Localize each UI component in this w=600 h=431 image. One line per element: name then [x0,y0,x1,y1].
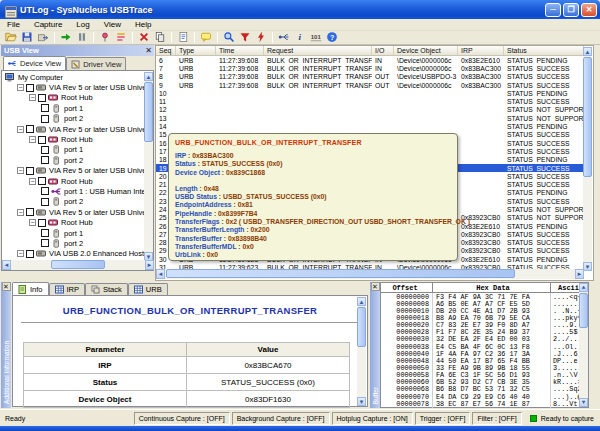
tree-checkbox[interactable] [41,239,49,247]
tree-expander-icon[interactable]: − [29,219,36,226]
scroll-down-icon[interactable]: ▼ [583,262,592,271]
table-row[interactable]: 13STATUS_NOT_SUPPORTED [156,114,584,122]
table-row[interactable]: 11STATUS_SUCCESS [156,97,584,105]
log-columns-button[interactable] [114,31,128,44]
tree-item-root-hub[interactable]: −Root Hub [2,217,144,227]
tree-item-port-2[interactable]: port 2 [2,238,144,248]
table-vertical-scrollbar[interactable]: ▲ ▼ [583,47,592,271]
scroll-thumb[interactable] [583,57,592,177]
tree-checkbox[interactable] [41,104,49,112]
info-vertical-scrollbar[interactable]: ▲ ▼ [357,297,366,406]
scroll-thumb[interactable] [51,260,105,269]
tree-item-via-usb-2-0-enhanced-host-controller[interactable]: −VIA USB 2.0 Enhanced Host Controller [2,249,144,259]
column-header-type[interactable]: Type [176,46,216,55]
column-header-seq[interactable]: Seq [156,46,176,55]
table-row[interactable]: 7URB11:27:39:608BULK_OR_INTERRUPT_TRANSF… [156,64,584,72]
column-header-status[interactable]: Status [504,46,584,55]
tree-checkbox[interactable] [41,198,49,206]
scroll-thumb[interactable] [579,293,588,328]
panel-close-icon[interactable]: ✕ [371,282,380,291]
scroll-up-icon[interactable]: ▲ [357,297,366,306]
tab-irp[interactable]: IRP [49,283,86,295]
table-row[interactable]: 9URB11:27:39:608BULK_OR_INTERRUPT_TRANSF… [156,81,584,89]
tree-expander-icon[interactable]: − [17,126,24,133]
restore-button[interactable]: ❐ [563,3,579,17]
tree-checkbox[interactable] [41,115,49,123]
scroll-thumb[interactable] [166,269,515,278]
tree-checkbox[interactable] [38,136,46,144]
column-header-i-o[interactable]: I/O [372,46,394,55]
tree-item-via-rev-5-or-later-usb-universal-host-c[interactable]: −VIA Rev 5 or later USB Universal Host C [2,82,144,92]
scroll-down-icon[interactable]: ▼ [357,397,366,406]
column-header-request[interactable]: Request [264,46,372,55]
tab-info[interactable]: Info [12,282,49,295]
tree-item-port-1[interactable]: port 1 [2,145,144,155]
tree-checkbox[interactable] [26,167,34,175]
tooltip-toggle-button[interactable] [199,31,213,44]
tree-item-root-hub[interactable]: −Root Hub [2,93,144,103]
filter-button[interactable] [238,31,252,44]
tree-checkbox[interactable] [41,187,49,195]
open-button[interactable] [4,31,18,44]
tree-item-port-1[interactable]: port 1 [2,228,144,238]
scroll-left-icon[interactable]: ◄ [2,260,11,270]
tab-device-view[interactable]: Device View [3,56,66,70]
tree-checkbox[interactable] [26,125,34,133]
scroll-left-icon[interactable]: ◄ [156,269,165,279]
table-row[interactable]: 12STATUS_NOT_SUPPORTED [156,106,584,114]
tree-item-port-1[interactable]: port 1 [2,103,144,113]
tree-item-via-rev-5-or-later-usb-universal-host-c[interactable]: −VIA Rev 5 or later USB Universal Host C [2,207,144,217]
tree-item-via-rev-5-or-later-usb-universal-host-c[interactable]: −VIA Rev 5 or later USB Universal Host C [2,124,144,134]
tree-vertical-scrollbar[interactable]: ▲ ▼ [144,72,153,261]
tree-expander-icon[interactable]: − [17,250,24,257]
scroll-up-icon[interactable]: ▲ [583,47,592,56]
table-row[interactable]: 10STATUS_PENDING [156,89,584,97]
tree-checkbox[interactable] [26,84,34,92]
tree-checkbox[interactable] [38,177,46,185]
export-button[interactable] [36,31,50,44]
help-button[interactable]: ? [325,31,339,44]
scroll-up-icon[interactable]: ▲ [144,72,153,81]
column-header-device-object[interactable]: Device Object [394,46,458,55]
scroll-right-icon[interactable]: ► [575,269,584,279]
panel-close-icon[interactable]: ✕ [2,282,11,291]
pin-button[interactable] [98,31,112,44]
close-button[interactable]: ✕ [581,3,597,17]
tree-checkbox[interactable] [38,94,46,102]
script-button[interactable] [176,31,190,44]
scroll-up-icon[interactable]: ▲ [579,283,588,292]
title-bar[interactable]: UTLog - SysNucleus USBTrace ─ ❐ ✕ [0,0,600,19]
tab-driver-view[interactable]: Driver View [66,57,126,70]
scroll-down-icon[interactable]: ▼ [579,398,588,407]
table-row[interactable]: 6URB11:27:39:608BULK_OR_INTERRUPT_TRANSF… [156,56,584,64]
tree-item-root-hub[interactable]: −Root Hub [2,176,144,186]
hex-row[interactable]: 0000007838 EC 87 E7 56 74 1E 878...Vt.. [381,400,588,407]
tree-checkbox[interactable] [41,156,49,164]
tree-item-port-2[interactable]: port 2 [2,114,144,124]
info-button[interactable]: i [293,31,307,44]
tree-expander-icon[interactable]: − [29,136,36,143]
tree-checkbox[interactable] [26,208,34,216]
search-button[interactable] [222,31,236,44]
table-horizontal-scrollbar[interactable]: ◄ ► [156,269,584,279]
scroll-right-icon[interactable]: ► [145,260,154,270]
column-header-time[interactable]: Time [216,46,264,55]
tree-expander-icon[interactable]: − [17,84,24,91]
tree-checkbox[interactable] [26,250,34,258]
copy-button[interactable] [153,31,167,44]
tree-item-port-2[interactable]: port 2 [2,197,144,207]
usb-plug-button[interactable] [277,31,291,44]
tree-item-port-2[interactable]: port 2 [2,155,144,165]
start-capture-button[interactable] [59,31,73,44]
raw-data-button[interactable]: 101 [309,31,323,44]
scroll-thumb[interactable] [357,307,366,347]
usb-view-close-icon[interactable]: ✕ [145,47,152,55]
delete-button[interactable] [137,31,151,44]
tree-item-root-hub[interactable]: −Root Hub [2,134,144,144]
tree-expander-icon[interactable]: − [29,94,36,101]
minimize-button[interactable]: ─ [545,3,561,17]
pause-capture-button[interactable] [75,31,89,44]
table-row[interactable]: 8URB11:27:39:608BULK_OR_INTERRUPT_TRANSF… [156,73,584,81]
tree-checkbox[interactable] [41,146,49,154]
save-button[interactable] [20,31,34,44]
